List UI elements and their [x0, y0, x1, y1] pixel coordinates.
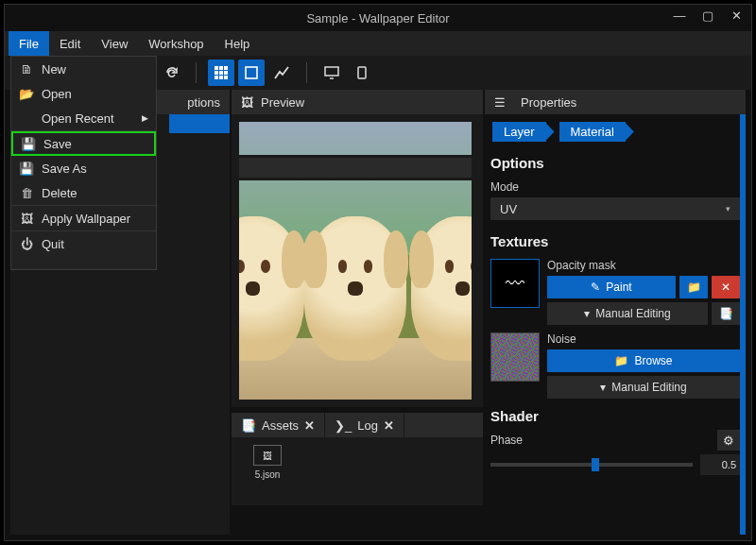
svg-rect-6: [215, 76, 218, 79]
properties-header: ☰ Properties: [485, 90, 746, 114]
noise-swatch[interactable]: [490, 332, 540, 382]
options-section-title: Options: [485, 149, 746, 177]
file-quit[interactable]: ⏻Quit: [11, 231, 156, 256]
browse-folder-button[interactable]: 📁: [679, 276, 708, 298]
svg-rect-7: [219, 76, 223, 79]
phase-label: Phase: [490, 434, 523, 447]
file-save[interactable]: 💾Save: [11, 131, 156, 156]
minimize-button[interactable]: —: [670, 9, 689, 23]
tab-assets[interactable]: 📑Assets✕: [232, 413, 325, 437]
menu-view[interactable]: View: [91, 31, 138, 56]
textures-section-title: Textures: [485, 228, 746, 255]
crumb-layer[interactable]: Layer: [492, 122, 546, 142]
preview-header: 🖼Preview: [232, 90, 483, 114]
grid-view-button[interactable]: [208, 60, 234, 86]
image-icon: 🖼: [19, 212, 34, 226]
file-save-as[interactable]: 💾Save As: [11, 156, 156, 180]
svg-rect-1: [219, 66, 223, 70]
chevron-down-icon: ▾: [584, 307, 590, 320]
monitor-button[interactable]: [318, 60, 345, 86]
file-open[interactable]: 📂Open: [11, 81, 156, 106]
file-dropdown: 🗎New 📂Open Open Recent▶ 💾Save 💾Save As 🗑…: [10, 56, 157, 270]
svg-rect-8: [224, 76, 228, 79]
delete-texture-button[interactable]: ✕: [712, 276, 740, 298]
shader-section-title: Shader: [485, 402, 746, 430]
opacity-mask-swatch[interactable]: 〰: [490, 259, 540, 308]
menu-file[interactable]: File: [9, 31, 49, 56]
asset-filename: 5.json: [255, 469, 281, 480]
copy-icon: 📑: [241, 418, 256, 433]
close-icon: ✕: [721, 281, 730, 294]
phase-value[interactable]: 0.5: [700, 454, 740, 475]
maximize-button[interactable]: ▢: [698, 9, 717, 23]
manual-editing-dropdown[interactable]: ▾Manual Editing: [547, 302, 708, 325]
brush-icon: ✎: [591, 281, 600, 294]
gear-icon: ⚙: [723, 434, 734, 448]
close-tab-icon[interactable]: ✕: [304, 418, 315, 433]
file-delete[interactable]: 🗑Delete: [11, 180, 156, 205]
scrollbar[interactable]: [740, 114, 746, 535]
stats-button[interactable]: [268, 60, 295, 86]
window-title: Sample - Wallpaper Editor: [306, 11, 449, 26]
svg-rect-0: [215, 66, 218, 70]
menu-edit[interactable]: Edit: [49, 31, 91, 56]
file-open-recent[interactable]: Open Recent▶: [11, 106, 156, 130]
settings-button[interactable]: ⚙: [717, 430, 740, 451]
chevron-down-icon: ▾: [600, 381, 606, 394]
folder-open-icon: 📂: [19, 87, 34, 101]
copy-button[interactable]: 📑: [712, 302, 740, 325]
menubar: File Edit View Workshop Help: [5, 31, 751, 56]
terminal-icon: ❯_: [335, 418, 352, 433]
power-icon: ⏻: [19, 237, 34, 251]
paint-button[interactable]: ✎Paint: [547, 276, 676, 298]
file-apply-wallpaper[interactable]: 🖼Apply Wallpaper: [11, 206, 156, 230]
image-icon: 🖼: [241, 95, 253, 110]
image-placeholder-icon: 🖼: [253, 445, 282, 466]
mode-select[interactable]: UV▾: [490, 197, 740, 220]
svg-rect-4: [219, 71, 223, 75]
browse-button[interactable]: 📁Browse: [547, 349, 740, 372]
asset-item[interactable]: 🖼 5.json: [239, 445, 296, 498]
save-icon: 💾: [21, 137, 36, 151]
title-bar: Sample - Wallpaper Editor — ▢ ✕: [5, 5, 751, 31]
close-button[interactable]: ✕: [727, 9, 746, 23]
tab-log[interactable]: ❯_Log✕: [325, 413, 404, 437]
svg-rect-9: [246, 67, 257, 78]
trash-icon: 🗑: [19, 186, 34, 200]
svg-rect-5: [224, 71, 228, 75]
crumb-material[interactable]: Material: [559, 122, 626, 142]
file-new[interactable]: 🗎New: [11, 57, 156, 81]
svg-rect-2: [224, 66, 228, 70]
menu-help[interactable]: Help: [215, 31, 261, 56]
close-tab-icon[interactable]: ✕: [384, 418, 394, 433]
svg-rect-11: [358, 67, 366, 78]
bounding-box-button[interactable]: [238, 60, 265, 86]
opacity-mask-label: Opacity mask: [547, 259, 740, 272]
chevron-right-icon: ▶: [142, 113, 148, 123]
folder-icon: 📁: [614, 354, 628, 367]
file-icon: 🗎: [19, 62, 34, 77]
list-icon: ☰: [494, 95, 506, 110]
redo-button[interactable]: [158, 60, 184, 86]
chevron-down-icon: ▾: [726, 204, 730, 213]
noise-label: Noise: [547, 332, 740, 346]
selected-layer-indicator: [169, 114, 230, 133]
preview-image: [239, 122, 472, 400]
save-as-icon: 💾: [19, 162, 34, 176]
mode-label: Mode: [485, 177, 746, 196]
mobile-button[interactable]: [349, 60, 375, 86]
folder-icon: 📁: [687, 281, 701, 294]
svg-rect-3: [215, 71, 218, 75]
manual-editing-dropdown-2[interactable]: ▾Manual Editing: [547, 376, 740, 399]
copy-icon: 📑: [719, 307, 733, 320]
menu-workshop[interactable]: Workshop: [138, 31, 214, 56]
phase-slider[interactable]: [490, 463, 693, 467]
svg-rect-10: [325, 67, 338, 76]
